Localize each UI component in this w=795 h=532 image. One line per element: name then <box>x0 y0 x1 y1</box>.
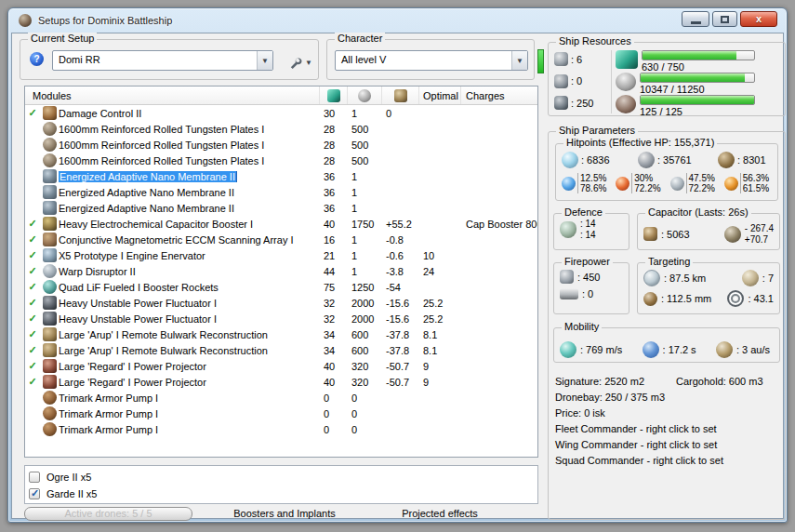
module-cpu: 30 <box>320 108 348 119</box>
setup-actions-button[interactable]: ▼ <box>283 52 318 73</box>
power-fluctuator-icon <box>43 312 57 326</box>
modules-table: Modules Optimal Charges ✓Damage Control … <box>24 86 538 458</box>
module-optimal: 24 <box>419 266 461 277</box>
module-cap-use: +55.2 <box>382 219 419 230</box>
minimize-button[interactable] <box>682 11 709 27</box>
module-cpu: 40 <box>320 219 348 230</box>
sensor-strength: : 43.1 <box>748 293 774 304</box>
module-active-check-icon: ✓ <box>25 328 40 340</box>
module-row[interactable]: Energized Adaptive Nano Membrane II361 <box>25 200 537 216</box>
armor-hp: : 35761 <box>657 154 692 166</box>
calibration-icon <box>554 96 568 110</box>
help-icon[interactable]: ? <box>30 52 44 66</box>
damage-control-icon <box>43 106 57 120</box>
current-setup-label: Current Setup <box>28 33 97 44</box>
chevron-down-icon[interactable]: ▼ <box>511 51 527 70</box>
character-group: Character All level V ▼ <box>326 39 535 80</box>
module-type-icon-cell <box>40 391 59 405</box>
module-row[interactable]: ✓Large 'Regard' I Power Projector40320-5… <box>25 358 537 374</box>
module-row[interactable]: 1600mm Reinforced Rolled Tungsten Plates… <box>25 121 537 137</box>
close-button[interactable]: x <box>740 11 777 27</box>
module-row[interactable]: Trimark Armor Pump I00 <box>25 421 537 437</box>
module-row[interactable]: ✓Conjunctive Magnetometric ECCM Scanning… <box>25 232 537 247</box>
ship-resources-group: Ship Resources : 6 : 0 : 250 630 / 750 <box>548 42 786 116</box>
module-type-icon-cell <box>40 327 59 341</box>
max-velocity: : 769 m/s <box>580 344 622 355</box>
drone-checkbox[interactable] <box>29 488 40 499</box>
module-cpu: 40 <box>320 377 348 388</box>
module-row[interactable]: Energized Adaptive Nano Membrane II361 <box>25 184 537 200</box>
module-row[interactable]: ✓Heavy Electrochemical Capacitor Booster… <box>25 216 537 232</box>
wrench-icon <box>288 56 302 70</box>
module-active-check-icon: ✓ <box>25 281 40 293</box>
module-name: Heavy Electrochemical Capacitor Booster … <box>59 219 320 230</box>
bottom-tabstrip: Active drones: 5 / 5 Boosters and Implan… <box>24 507 538 522</box>
kinetic-resist-armor: 72.2% <box>689 183 715 193</box>
module-type-icon-cell <box>40 233 59 246</box>
titlebar[interactable]: Setups for Dominix Battleship x <box>8 8 787 33</box>
energy-transfer-icon <box>43 359 57 373</box>
capacitor-recharge: +70.7 <box>745 234 774 246</box>
max-targets: : 7 <box>762 273 774 284</box>
module-powergrid: 1 <box>348 171 382 182</box>
module-name-text: X5 Prototype I Engine Enervator <box>59 250 205 261</box>
module-cpu: 44 <box>320 266 348 277</box>
module-row[interactable]: ✓Warp Disruptor II441-3.824 <box>25 263 537 279</box>
squad-commander-slot[interactable]: Squad Commander - right click to set <box>555 453 780 469</box>
module-row[interactable]: ✓Damage Control II3010 <box>25 105 537 121</box>
drone-row[interactable]: Garde II x5 <box>29 485 537 502</box>
remote-repair-icon <box>43 343 57 357</box>
module-row[interactable]: 1600mm Reinforced Rolled Tungsten Plates… <box>25 153 537 168</box>
module-powergrid: 1250 <box>348 282 382 293</box>
module-row[interactable]: ✓Large 'Arup' I Remote Bulwark Reconstru… <box>25 326 537 342</box>
module-row[interactable]: ✓Heavy Unstable Power Fluctuator I322000… <box>25 311 537 326</box>
drone-row[interactable]: Ogre II x5 <box>29 469 537 485</box>
module-row[interactable]: ✓Heavy Unstable Power Fluctuator I322000… <box>25 295 537 311</box>
character-select[interactable]: All level V ▼ <box>335 50 528 71</box>
max-velocity-icon <box>560 341 576 358</box>
drone-capacity-bar-fill <box>641 96 754 104</box>
ship-parameters-group: Ship Parameters Hitpoints (Effective HP:… <box>548 131 786 520</box>
fleet-commander-slot[interactable]: Fleet Commander - right click to set <box>555 421 780 437</box>
module-row[interactable]: ✓Large 'Arup' I Remote Bulwark Reconstru… <box>25 342 537 358</box>
module-name: X5 Prototype I Engine Enervator <box>59 250 320 261</box>
module-active-check-icon: ✓ <box>25 360 40 372</box>
module-cpu: 28 <box>320 155 348 166</box>
capacitor-usage: - 267.4 <box>745 223 774 234</box>
module-active-check-icon: ✓ <box>25 313 40 325</box>
module-row[interactable]: Trimark Armor Pump I00 <box>25 390 537 406</box>
em-resist-shield: 12.5% <box>580 173 606 183</box>
module-name: Large 'Arup' I Remote Bulwark Reconstruc… <box>59 329 320 340</box>
maximize-icon <box>721 16 729 23</box>
targeting-range: : 87.5 km <box>664 273 706 284</box>
module-row[interactable]: 1600mm Reinforced Rolled Tungsten Plates… <box>25 137 537 153</box>
module-active-check-icon: ✓ <box>25 297 40 309</box>
character-select-value: All level V <box>341 54 386 65</box>
targeting-range-icon <box>643 270 660 286</box>
module-cpu: 36 <box>320 203 348 214</box>
module-type-icon-cell <box>40 201 59 215</box>
module-row[interactable]: Trimark Armor Pump I00 <box>25 406 537 421</box>
tab-active-drones[interactable]: Active drones: 5 / 5 <box>24 507 192 521</box>
module-optimal: 9 <box>419 377 461 388</box>
module-optimal: 10 <box>419 250 461 261</box>
module-powergrid: 1 <box>348 187 382 198</box>
module-name: Quad LiF Fueled I Booster Rockets <box>59 282 320 293</box>
module-name-text: Energized Adaptive Nano Membrane II <box>59 203 234 214</box>
module-powergrid: 1 <box>348 203 382 214</box>
scan-resolution: : 112.5 mm <box>661 293 711 304</box>
module-row[interactable]: ✓Large 'Regard' I Power Projector40320-5… <box>25 374 537 390</box>
drone-checkbox[interactable] <box>29 472 40 483</box>
setup-select[interactable]: Domi RR ▼ <box>52 50 273 71</box>
wing-commander-slot[interactable]: Wing Commander - right click to set <box>555 437 780 453</box>
module-row[interactable]: ✓X5 Prototype I Engine Enervator211-0.61… <box>25 247 537 263</box>
chevron-down-icon[interactable]: ▼ <box>257 51 272 70</box>
maximize-button[interactable] <box>712 11 737 27</box>
module-row[interactable]: ✓Quad LiF Fueled I Booster Rockets751250… <box>25 279 537 295</box>
module-powergrid: 1 <box>348 234 382 246</box>
module-row[interactable]: Energized Adaptive Nano Membrane II361 <box>25 168 537 184</box>
tab-projected-effects[interactable]: Projected effects <box>361 508 519 519</box>
module-cap-use: -0.8 <box>382 234 419 246</box>
booster-rockets-icon <box>43 280 57 294</box>
tab-boosters-implants[interactable]: Boosters and Implants <box>205 508 364 519</box>
